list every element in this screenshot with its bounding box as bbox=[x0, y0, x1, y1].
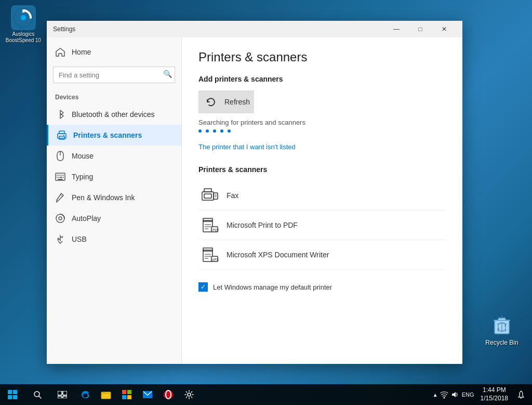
settings-window: Settings — □ ✕ Home bbox=[47, 21, 462, 364]
default-printer-checkbox[interactable] bbox=[198, 282, 208, 292]
svg-rect-60 bbox=[63, 396, 67, 398]
svg-rect-58 bbox=[63, 391, 67, 395]
sidebar-item-mouse[interactable]: Mouse bbox=[47, 146, 181, 166]
app-icon-image bbox=[11, 5, 36, 30]
svg-point-69 bbox=[188, 393, 191, 396]
recycle-bin-image bbox=[489, 312, 514, 337]
taskbar-clock[interactable]: 1:44 PM 1/15/2018 bbox=[477, 385, 511, 403]
app-icon-auslogics[interactable]: Auslogics BoostSpeed 10 bbox=[5, 5, 42, 44]
printer-nav-icon bbox=[57, 130, 67, 140]
sidebar-item-mouse-label: Mouse bbox=[72, 152, 94, 160]
sidebar-item-pen-label: Pen & Windows Ink bbox=[72, 193, 135, 202]
search-box: 🔍 bbox=[53, 67, 175, 83]
bluetooth-icon bbox=[55, 109, 65, 120]
sidebar-item-usb-label: USB bbox=[72, 235, 87, 243]
sidebar-item-home[interactable]: Home bbox=[47, 42, 181, 62]
notification-icon[interactable] bbox=[514, 390, 528, 399]
default-printer-label: Let Windows manage my default printer bbox=[213, 283, 332, 291]
taskbar-store-icon[interactable] bbox=[116, 384, 137, 405]
default-printer-section: Let Windows manage my default printer bbox=[198, 282, 446, 292]
recycle-bin-label: Recycle Bin bbox=[481, 339, 523, 346]
xps-printer-icon: XPS bbox=[201, 245, 219, 264]
refresh-button[interactable]: Refresh bbox=[198, 90, 254, 113]
home-label: Home bbox=[72, 48, 91, 56]
app-icon-label: Auslogics BoostSpeed 10 bbox=[5, 31, 42, 44]
refresh-icon bbox=[203, 94, 219, 110]
sidebar-item-bluetooth[interactable]: Bluetooth & other devices bbox=[47, 104, 181, 125]
window-title: Settings bbox=[53, 25, 384, 33]
recycle-bin-icon[interactable]: Recycle Bin bbox=[481, 312, 523, 346]
add-section-title: Add printers & scanners bbox=[198, 75, 446, 83]
window-controls: — □ ✕ bbox=[384, 21, 456, 37]
dot-4 bbox=[220, 129, 223, 133]
main-content: Printers & scanners Add printers & scann… bbox=[182, 37, 462, 364]
page-title: Printers & scanners bbox=[198, 50, 446, 64]
svg-rect-3 bbox=[59, 136, 64, 139]
svg-line-56 bbox=[39, 396, 41, 398]
tray-expand-icon[interactable]: ▲ bbox=[433, 392, 438, 398]
printer-fax-name: Fax bbox=[227, 191, 238, 200]
svg-rect-64 bbox=[122, 395, 126, 399]
taskbar-edge-icon[interactable] bbox=[75, 384, 96, 405]
svg-rect-34 bbox=[203, 218, 212, 221]
searching-text: Searching for printers and scanners bbox=[198, 119, 446, 126]
task-view-button[interactable] bbox=[50, 384, 75, 405]
sidebar-item-pen[interactable]: Pen & Windows Ink bbox=[47, 187, 181, 208]
maximize-button[interactable]: □ bbox=[408, 21, 432, 37]
sidebar-item-printers[interactable]: Printers & scanners bbox=[47, 125, 181, 146]
svg-rect-54 bbox=[13, 395, 17, 399]
sidebar-item-autoplay[interactable]: AutoPlay bbox=[47, 208, 181, 229]
taskbar-settings-icon[interactable] bbox=[179, 384, 200, 405]
sidebar-item-typing[interactable]: Typing bbox=[47, 166, 181, 187]
svg-text:PDF: PDF bbox=[212, 228, 219, 232]
minimize-button[interactable]: — bbox=[384, 21, 408, 37]
printers-section-title: Printers & scanners bbox=[198, 165, 446, 174]
svg-rect-62 bbox=[122, 390, 126, 394]
usb-icon bbox=[55, 234, 65, 244]
typing-icon bbox=[55, 172, 65, 182]
desktop: Auslogics BoostSpeed 10 Settings — □ ✕ bbox=[0, 0, 532, 405]
start-button[interactable] bbox=[0, 384, 25, 405]
sidebar-item-autoplay-label: AutoPlay bbox=[72, 214, 101, 223]
sidebar-item-bluetooth-label: Bluetooth & other devices bbox=[72, 110, 155, 119]
searching-dots bbox=[198, 129, 446, 133]
sys-icons: ▲ bbox=[433, 390, 459, 399]
sidebar-item-usb[interactable]: USB bbox=[47, 229, 181, 250]
svg-rect-28 bbox=[204, 194, 211, 198]
taskbar-search-button[interactable] bbox=[25, 384, 50, 405]
printer-pdf-name: Microsoft Print to PDF bbox=[227, 221, 298, 229]
svg-point-5 bbox=[63, 135, 64, 136]
sidebar-item-typing-label: Typing bbox=[72, 173, 93, 181]
svg-rect-57 bbox=[58, 391, 62, 395]
taskbar-fileexplorer-icon[interactable] bbox=[96, 384, 116, 405]
pen-icon bbox=[55, 192, 65, 203]
printer-xps-name: Microsoft XPS Document Writer bbox=[227, 251, 329, 259]
fax-icon bbox=[201, 186, 219, 205]
network-icon[interactable] bbox=[440, 390, 448, 399]
svg-rect-63 bbox=[127, 390, 131, 394]
svg-point-21 bbox=[59, 217, 62, 220]
taskbar-opera-icon[interactable] bbox=[158, 384, 179, 405]
search-input[interactable] bbox=[53, 67, 175, 83]
close-button[interactable]: ✕ bbox=[432, 21, 456, 37]
not-listed-link[interactable]: The printer that I want isn't listed bbox=[198, 143, 446, 151]
home-icon bbox=[55, 47, 65, 57]
autoplay-icon bbox=[55, 213, 65, 224]
printer-item-xps[interactable]: XPS Microsoft XPS Document Writer bbox=[198, 240, 446, 270]
sidebar-item-printers-label: Printers & scanners bbox=[73, 131, 142, 139]
printers-section: Printers & scanners bbox=[198, 165, 446, 270]
svg-text:XPS: XPS bbox=[212, 258, 219, 262]
svg-rect-59 bbox=[58, 396, 62, 398]
taskbar-mail-icon[interactable] bbox=[137, 384, 158, 405]
svg-point-1 bbox=[21, 15, 26, 20]
taskbar-left bbox=[0, 384, 200, 405]
svg-point-70 bbox=[443, 397, 445, 399]
svg-rect-65 bbox=[127, 395, 131, 399]
taskbar-date: 1/15/2018 bbox=[481, 395, 508, 403]
volume-icon[interactable] bbox=[450, 390, 459, 399]
printer-item-pdf[interactable]: PDF Microsoft Print to PDF bbox=[198, 211, 446, 240]
sidebar: Home 🔍 Devices Bluetooth & othe bbox=[47, 37, 182, 364]
taskbar-time: 1:44 PM bbox=[481, 386, 508, 395]
printer-item-fax[interactable]: Fax bbox=[198, 181, 446, 211]
window-body: Home 🔍 Devices Bluetooth & othe bbox=[47, 37, 462, 364]
